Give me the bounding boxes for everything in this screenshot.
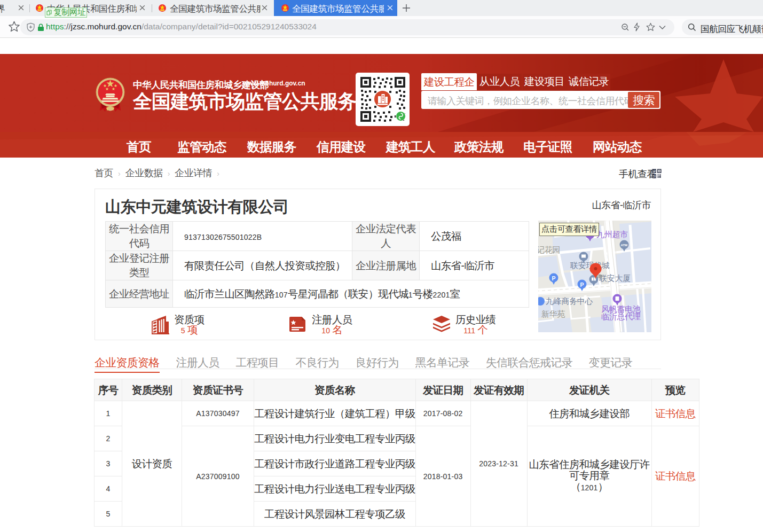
svg-text:联安大厦: 联安大厦 bbox=[599, 273, 631, 283]
svg-text:九峰商务中心: 九峰商务中心 bbox=[546, 296, 593, 306]
svg-text:P: P bbox=[552, 275, 556, 281]
svg-text:ATM: ATM bbox=[621, 244, 628, 247]
svg-text:记花园: 记花园 bbox=[538, 245, 560, 254]
svg-text:临沂总代理: 临沂总代理 bbox=[601, 312, 641, 321]
svg-text:九州超市: 九州超市 bbox=[596, 230, 628, 239]
svg-text:联安现代城: 联安现代城 bbox=[570, 261, 610, 270]
svg-text:新华苑: 新华苑 bbox=[541, 309, 565, 318]
svg-text:P: P bbox=[580, 281, 584, 288]
